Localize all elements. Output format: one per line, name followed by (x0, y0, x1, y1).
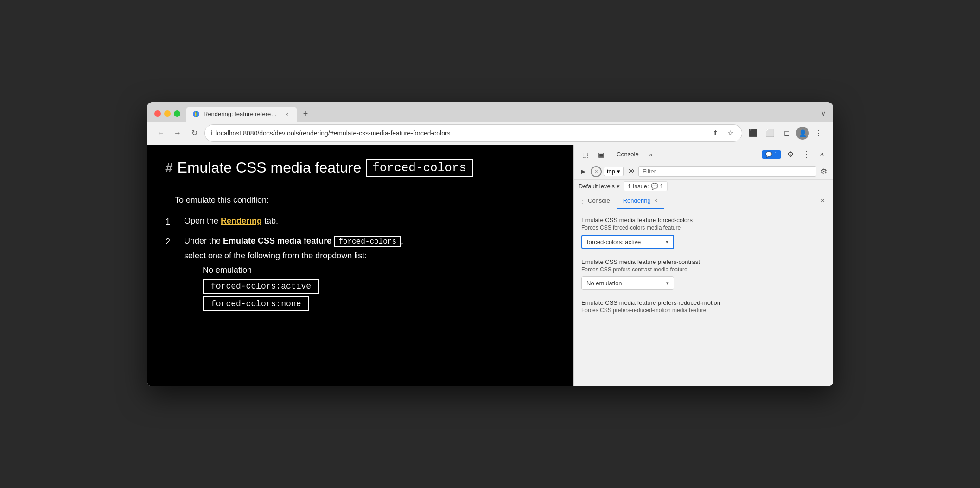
more-menu-button[interactable]: ⋮ (811, 126, 826, 141)
tab-area: Rendering: feature reference - × + ∨ (186, 107, 826, 122)
forced-colors-section: Emulate CSS media feature forced-colors … (581, 217, 826, 249)
option-no-emulation: No emulation (203, 265, 555, 275)
default-levels-label: Default levels (579, 183, 615, 190)
step-2-code-inline: forced-colors (334, 236, 401, 247)
step-2: 2 Under the Emulate CSS media feature fo… (165, 236, 555, 314)
page-title-code-badge: forced-colors (366, 159, 473, 177)
prefers-contrast-dropdown[interactable]: No emulation ▾ (581, 276, 674, 290)
toolbar-actions: ⬛ ⬜ ◻ 👤 ⋮ (746, 126, 826, 141)
eye-button[interactable]: 👁 (625, 166, 636, 177)
profile-button[interactable]: 👤 (796, 127, 809, 140)
top-dropdown-arrow: ▾ (617, 168, 620, 175)
browser-window: Rendering: feature reference - × + ∨ ← →… (147, 102, 833, 386)
step-2-options: No emulation forced-colors:active forced… (184, 265, 555, 311)
url-actions: ⬆ ☆ (709, 127, 736, 139)
more-tabs-button[interactable]: » (645, 149, 656, 160)
maximize-traffic-light[interactable] (174, 110, 180, 117)
step-1-post: tab. (262, 216, 278, 225)
close-traffic-light[interactable] (154, 110, 161, 117)
steps-list: 1 Open the Rendering tab. 2 Under the Em… (165, 216, 555, 314)
info-icon: ℹ (210, 129, 213, 136)
page-body: To emulate this condition: 1 Open the Re… (165, 191, 555, 328)
prefers-reduced-motion-section: Emulate CSS media feature prefers-reduce… (581, 299, 826, 314)
issues-badge[interactable]: 1 Issue: 💬 1 (624, 181, 668, 191)
console-toolbar: ▶ ⊘ top ▾ 👁 ⚙ (574, 164, 833, 180)
forced-colors-title: Emulate CSS media feature forced-colors (581, 217, 826, 224)
extensions-icon: ⬛ (749, 128, 758, 137)
bookmark-icon[interactable]: ☆ (724, 127, 736, 139)
inspector-icon-button[interactable]: ⬚ (579, 148, 592, 161)
step-1-number: 1 (165, 216, 175, 227)
devtools-settings-button[interactable]: ⚙ (784, 148, 797, 161)
page-heading: # Emulate CSS media feature forced-color… (165, 159, 555, 177)
intro-text: To emulate this condition: (165, 195, 555, 205)
active-tab[interactable]: Rendering: feature reference - × (186, 107, 297, 122)
console-settings-button[interactable]: ⚙ (818, 166, 829, 177)
forced-colors-desc: Forces CSS forced-colors media feature (581, 225, 826, 231)
chrome-favicon-icon (192, 110, 200, 118)
page-title-prefix: Emulate CSS media feature (178, 159, 362, 176)
devtools-settings-icon: ⚙ (787, 150, 794, 159)
hash-icon: # (165, 161, 173, 175)
forward-button[interactable]: → (171, 127, 184, 140)
option-forced-none: forced-colors:none (203, 296, 309, 311)
url-text: localhost:8080/docs/devtools/rendering/#… (216, 129, 706, 137)
chat-badge[interactable]: 💬 1 (762, 150, 781, 159)
address-bar: ← → ↻ ℹ localhost:8080/docs/devtools/ren… (147, 122, 833, 145)
issues-chat-icon: 💬 (651, 183, 658, 190)
prefers-reduced-motion-desc: Forces CSS prefers-reduced-motion media … (581, 307, 826, 314)
device-toggle-button[interactable]: ▣ (594, 148, 607, 161)
devtools-tabs-list: Console » (610, 148, 759, 161)
console-tab[interactable]: Console (610, 148, 645, 161)
top-context-selector[interactable]: top ▾ (604, 167, 624, 176)
step-1-pre: Open the (184, 216, 221, 225)
sub-tabs-bar: ⋮ Console Rendering × × (574, 193, 833, 209)
console-sub-tab[interactable]: Console (581, 193, 617, 209)
minimize-traffic-light[interactable] (164, 110, 171, 117)
splitscreen-button[interactable]: ◻ (779, 126, 794, 141)
rendering-link-text: Rendering (221, 216, 262, 225)
rendering-panel-content: Emulate CSS media feature forced-colors … (574, 209, 833, 386)
play-icon: ▶ (581, 168, 585, 175)
cast-button[interactable]: ⬜ (763, 126, 777, 141)
console-play-button[interactable]: ▶ (578, 166, 589, 177)
forced-colors-dropdown-arrow: ▾ (666, 239, 668, 245)
step-2-sub-text: select one of the following from the dro… (184, 251, 555, 261)
step-2-number: 2 (165, 236, 175, 247)
console-gear-icon: ⚙ (821, 167, 827, 176)
console-stop-button[interactable]: ⊘ (591, 166, 602, 177)
forced-colors-value: forced-colors: active (587, 238, 641, 245)
devtools-more-button[interactable]: ⋮ (800, 148, 813, 161)
devtools-close-button[interactable]: × (815, 148, 828, 161)
step-1-content: Open the Rendering tab. (184, 216, 555, 226)
levels-bar: Default levels ▾ 1 Issue: 💬 1 (574, 180, 833, 193)
panel-close-button[interactable]: × (817, 195, 828, 206)
step-2-post: , (401, 236, 403, 245)
main-area: # Emulate CSS media feature forced-color… (147, 145, 833, 386)
tab-expand-button[interactable]: ∨ (821, 109, 826, 122)
step-2-bold: Emulate CSS media feature (223, 236, 331, 245)
url-bar[interactable]: ℹ localhost:8080/docs/devtools/rendering… (204, 124, 742, 142)
extensions-button[interactable]: ⬛ (746, 126, 761, 141)
devtools-header: ⬚ ▣ Console » 💬 1 ⚙ ⋮ × (574, 145, 833, 164)
reload-button[interactable]: ↻ (188, 127, 201, 140)
rendering-tab-close-button[interactable]: × (654, 198, 657, 204)
prefers-contrast-value: No emulation (586, 280, 622, 287)
forced-colors-dropdown[interactable]: forced-colors: active ▾ (581, 235, 674, 249)
prefers-reduced-motion-title: Emulate CSS media feature prefers-reduce… (581, 299, 826, 306)
share-icon[interactable]: ⬆ (709, 127, 721, 139)
title-bar: Rendering: feature reference - × + ∨ (147, 102, 833, 122)
tab-close-button[interactable]: × (283, 110, 291, 118)
new-tab-button[interactable]: + (299, 108, 312, 121)
option-forced-active: forced-colors:active (203, 279, 319, 294)
filter-input[interactable] (638, 166, 816, 177)
back-button[interactable]: ← (154, 127, 167, 140)
cast-icon: ⬜ (765, 128, 775, 137)
prefers-contrast-section: Emulate CSS media feature prefers-contra… (581, 258, 826, 290)
rendering-tab-link[interactable]: Rendering (221, 216, 262, 225)
rendering-tab-label: Rendering (623, 197, 651, 204)
prefers-contrast-title: Emulate CSS media feature prefers-contra… (581, 258, 826, 265)
default-levels-selector[interactable]: Default levels ▾ (579, 183, 620, 190)
rendering-sub-tab[interactable]: Rendering × (617, 193, 664, 209)
devtools-panel: ⬚ ▣ Console » 💬 1 ⚙ ⋮ × (573, 145, 833, 386)
